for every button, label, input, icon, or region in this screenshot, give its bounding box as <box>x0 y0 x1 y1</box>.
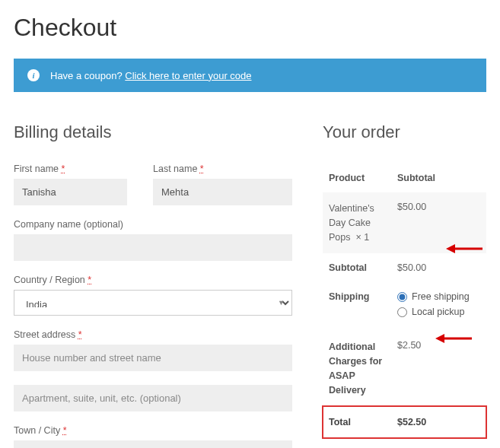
col-subtotal: Subtotal <box>391 164 486 192</box>
coupon-prompt: Have a coupon? <box>50 70 123 81</box>
shipping-free-option[interactable]: Free shipping <box>397 291 480 302</box>
first-name-input[interactable] <box>14 179 127 205</box>
subtotal-value: $50.00 <box>391 253 486 282</box>
shipping-row: Shipping Free shipping Local pickup <box>323 282 486 331</box>
annotation-arrow-icon <box>446 243 482 255</box>
page-title: Checkout <box>14 14 486 42</box>
street-label: Street address * <box>14 329 292 340</box>
shipping-free-radio[interactable] <box>397 292 407 302</box>
asap-label: Additional Charges for ASAP Delivery <box>323 331 391 406</box>
shipping-local-radio[interactable] <box>397 307 407 317</box>
street1-input[interactable] <box>14 345 292 371</box>
order-heading: Your order <box>323 122 486 142</box>
company-input[interactable] <box>14 234 292 261</box>
city-label: Town / City * <box>14 425 292 436</box>
country-select[interactable]: India <box>14 290 292 316</box>
total-row: Total $52.50 <box>323 406 486 438</box>
last-name-label: Last name * <box>153 164 292 174</box>
total-value: $52.50 <box>391 406 486 438</box>
first-name-label: First name * <box>14 164 127 174</box>
order-table: Product Subtotal Valentine's Day Cake Po… <box>323 164 486 438</box>
subtotal-row: Subtotal $50.00 <box>323 253 486 282</box>
country-label: Country / Region * <box>14 275 292 285</box>
order-item-qty: × 1 <box>355 232 369 243</box>
company-label: Company name (optional) <box>14 219 292 230</box>
svg-marker-3 <box>435 334 444 343</box>
street2-input[interactable] <box>14 385 292 411</box>
info-icon: i <box>27 69 40 81</box>
subtotal-label: Subtotal <box>323 253 391 282</box>
annotation-arrow-icon <box>435 332 472 345</box>
last-name-input[interactable] <box>153 179 292 205</box>
coupon-banner: i Have a coupon? Click here to enter you… <box>14 59 486 92</box>
col-product: Product <box>323 164 391 192</box>
shipping-local-option[interactable]: Local pickup <box>397 307 480 317</box>
coupon-text: Have a coupon? Click here to enter your … <box>50 70 252 81</box>
total-label: Total <box>323 406 391 438</box>
svg-marker-1 <box>446 244 455 253</box>
billing-heading: Billing details <box>14 122 292 142</box>
city-input[interactable] <box>14 440 292 448</box>
coupon-link[interactable]: Click here to enter your code <box>125 70 251 81</box>
shipping-label: Shipping <box>323 282 391 331</box>
